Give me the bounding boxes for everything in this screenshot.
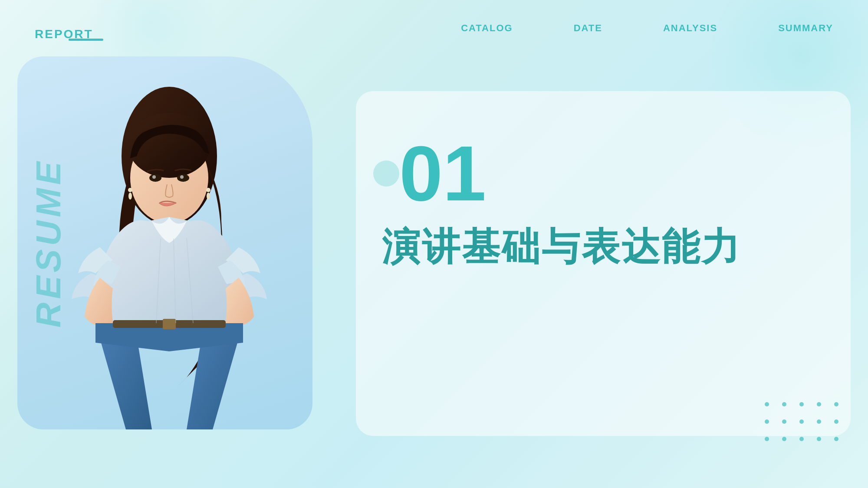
dot [765,419,769,424]
dot [817,402,821,406]
svg-point-10 [206,188,210,192]
dot [834,437,838,441]
dot [799,419,804,424]
right-content: 01 演讲基础与表达能力 [330,82,851,471]
dot [765,437,769,441]
nav-item-analysis[interactable]: ANALYSIS [663,23,717,34]
dot [799,402,804,406]
dot [765,402,769,406]
svg-point-11 [207,193,210,200]
svg-rect-13 [163,319,176,329]
header-accent-line [69,39,103,41]
nav-item-catalog[interactable]: CATALOG [461,23,513,34]
person-svg [56,82,282,429]
nav-item-summary[interactable]: SUMMARY [778,23,833,34]
dot [782,419,786,424]
dots-decoration [765,402,842,445]
svg-point-9 [128,193,132,200]
deco-circle-small [373,160,399,187]
dot [834,402,838,406]
dot [782,402,786,406]
dot [817,437,821,441]
svg-point-7 [180,175,184,179]
dot [817,419,821,424]
person-image [43,74,295,429]
dot [782,437,786,441]
dot [799,437,804,441]
nav-item-date[interactable]: DATE [574,23,602,34]
main-nav: CATALOG DATE ANALYSIS SUMMARY [461,23,833,34]
section-number: 01 [399,134,486,213]
header: REPORT CATALOG DATE ANALYSIS SUMMARY [0,0,868,56]
main-content: RESUME [17,56,851,471]
svg-point-8 [128,188,132,192]
svg-point-6 [152,175,156,179]
left-card: RESUME [17,56,312,429]
section-title-chinese: 演讲基础与表达能力 [382,221,741,273]
dot [834,419,838,424]
